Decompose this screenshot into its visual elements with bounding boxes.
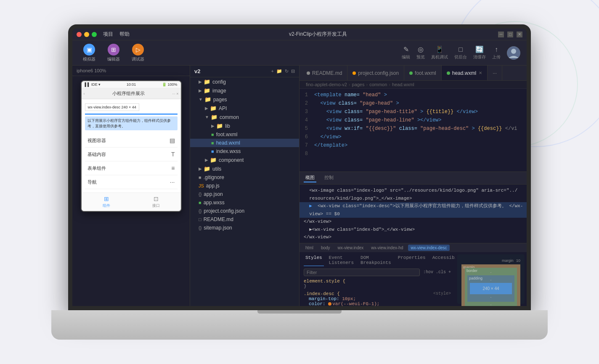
tab-head-wxml[interactable]: head.wxml ✕ bbox=[442, 66, 488, 81]
bp-tab-overview[interactable]: 概图 bbox=[304, 174, 316, 182]
pseudo-button[interactable]: :hov .cls + bbox=[423, 270, 451, 274]
tree-item-readme[interactable]: □ README.md bbox=[190, 215, 299, 224]
tree-item-sitemap[interactable]: {} sitemap.json bbox=[190, 224, 299, 232]
tree-item-lib[interactable]: ▶ 📁 lib bbox=[190, 121, 299, 130]
file-icon: ■ bbox=[199, 200, 201, 205]
filetree-header-icons: + 📁 ↻ ⊟ bbox=[271, 69, 295, 74]
preview-action[interactable]: ◎ 预览 bbox=[416, 45, 425, 60]
phone-back-btn[interactable]: ‹ bbox=[84, 92, 85, 96]
maximize-btn[interactable] bbox=[92, 32, 97, 37]
element-tab-wx-view-index[interactable]: wx-view.index bbox=[335, 245, 366, 251]
maximize-window-btn[interactable]: □ bbox=[507, 32, 513, 37]
element-tab-body[interactable]: body bbox=[318, 245, 333, 251]
tree-item-foot-wxml[interactable]: ■ foot.wxml bbox=[190, 130, 299, 139]
tree-item-project-config[interactable]: {} project.config.json bbox=[190, 207, 299, 215]
file-icon: ■ bbox=[211, 140, 214, 145]
close-window-btn[interactable]: ✕ bbox=[517, 32, 522, 37]
simulator-btn[interactable]: ▣ 模拟器 bbox=[79, 42, 100, 64]
tab-more[interactable]: ··· bbox=[488, 66, 502, 81]
tree-item-head-wxml[interactable]: ■ head.wxml bbox=[190, 139, 299, 147]
menu-item-basic[interactable]: 基础内容 T bbox=[85, 148, 178, 161]
tree-item-name-app-wxss: app.wxss bbox=[204, 200, 225, 206]
element-tab-html[interactable]: html bbox=[303, 245, 316, 251]
tree-item-api[interactable]: ▶ 📁 API bbox=[190, 104, 299, 113]
device-debug-action[interactable]: 📱 真机调试 bbox=[431, 45, 448, 60]
filetree-collapse-icon[interactable]: ⊟ bbox=[291, 69, 295, 74]
breadcrumb-root: fino-applet-demo-v2 bbox=[306, 82, 347, 87]
element-tab-wx-view-index-hd[interactable]: wx-view.index-hd bbox=[368, 245, 406, 251]
background-action[interactable]: □ 切后台 bbox=[454, 46, 467, 60]
tree-item-name-head: head.wxml bbox=[216, 140, 240, 146]
menu-help[interactable]: 帮助 bbox=[119, 31, 130, 38]
box-model: margin 10 margin border - bbox=[457, 254, 525, 304]
code-line-1: 1 <template name= "head" > bbox=[300, 91, 527, 99]
toolbar-left-buttons: ▣ 模拟器 ⊞ 编辑器 ▷ 调试器 bbox=[79, 42, 148, 64]
bp-tab-control[interactable]: 控制 bbox=[323, 174, 335, 182]
menu-project[interactable]: 项目 bbox=[103, 31, 113, 38]
minimize-window-btn[interactable]: ─ bbox=[498, 32, 504, 37]
tree-item-name-readme: README.md bbox=[204, 216, 233, 222]
clear-cache-action[interactable]: 🔄 清缓存 bbox=[473, 45, 486, 60]
content-dimensions: 240 × 44 bbox=[482, 286, 499, 291]
tree-item-component[interactable]: ▶ 📁 component bbox=[190, 156, 299, 164]
style-tab-access[interactable]: Accessibility bbox=[431, 254, 455, 266]
phone-more-btn[interactable]: ··· × bbox=[172, 92, 178, 96]
tab-label-head: head.wxml bbox=[452, 70, 476, 76]
filter-input[interactable] bbox=[304, 269, 420, 276]
line-number: 6 bbox=[300, 133, 314, 141]
box-margin-area: margin border - padding bbox=[461, 264, 520, 306]
tree-item-app-wxss[interactable]: ■ app.wxss bbox=[190, 198, 299, 207]
close-btn[interactable] bbox=[77, 32, 82, 37]
bottom-panel-content-wrapper: <wx-image class="index-logo" src="../res… bbox=[300, 185, 527, 306]
tree-item-config[interactable]: ▶ 📁 config bbox=[190, 77, 299, 86]
tree-item-common[interactable]: ▼ 📁 common bbox=[190, 113, 299, 121]
tab-close-head[interactable]: ✕ bbox=[479, 71, 482, 75]
edit-action[interactable]: ✎ 编辑 bbox=[402, 45, 410, 60]
toolbar-right-actions: ✎ 编辑 ◎ 预览 📱 真机调试 □ 切后台 bbox=[402, 45, 520, 60]
tab-project-config[interactable]: project.config.json bbox=[347, 66, 404, 81]
filetree-add-file-icon[interactable]: + bbox=[271, 69, 274, 74]
tab-icon-readme bbox=[307, 71, 310, 75]
tree-item-gitignore[interactable]: ■ .gitignore bbox=[190, 173, 299, 182]
tree-item-app-js[interactable]: JS app.js bbox=[190, 182, 299, 190]
menu-item-views[interactable]: 视图容器 ▤ bbox=[85, 134, 178, 148]
tree-item-utils[interactable]: ▶ 📁 utils bbox=[190, 164, 299, 173]
style-tab-styles[interactable]: Styles bbox=[304, 254, 324, 266]
upload-action[interactable]: ↑ 上传 bbox=[492, 46, 501, 60]
code-text bbox=[314, 150, 317, 158]
debugger-btn[interactable]: ▷ 调试器 bbox=[127, 42, 148, 64]
menu-item-forms[interactable]: 表单组件 ≡ bbox=[85, 161, 178, 175]
code-line-5: 5 <view wx:if= "{{desc}}" class= "page-h… bbox=[300, 124, 527, 133]
laptop-frame: 项目 帮助 v2-FinClip小程序开发工具 ─ □ ✕ ▣ 模拟器 bbox=[68, 24, 531, 340]
upload-icon: ↑ bbox=[495, 46, 498, 53]
user-avatar[interactable] bbox=[507, 46, 520, 60]
html-view[interactable]: <wx-image class="index-logo" src="../res… bbox=[300, 185, 527, 243]
menu-item-nav[interactable]: 导航 ··· bbox=[85, 175, 178, 189]
tree-item-image[interactable]: ▶ 📁 image bbox=[190, 86, 299, 95]
line-number: 1 bbox=[300, 91, 314, 99]
editor-tabs: README.md project.config.json foot.wxml bbox=[300, 66, 527, 81]
expand-icon: ▼ bbox=[199, 97, 203, 102]
element-tab-wx-view-index-desc[interactable]: wx-view.index-desc bbox=[408, 245, 449, 251]
style-tab-dom[interactable]: DOM Breakpoints bbox=[359, 254, 393, 266]
code-content[interactable]: 1 <template name= "head" > 2 bbox=[300, 89, 527, 171]
filetree-add-folder-icon[interactable]: 📁 bbox=[276, 69, 282, 74]
tree-item-index-wxss[interactable]: ■ index.wxss bbox=[190, 147, 299, 156]
tab-readme[interactable]: README.md bbox=[302, 66, 347, 81]
tab-icon-head bbox=[447, 71, 450, 75]
style-tab-events[interactable]: Event Listeners bbox=[327, 254, 355, 266]
filetree-refresh-icon[interactable]: ↻ bbox=[285, 69, 289, 74]
phone-nav-components[interactable]: ⊞ 组件 bbox=[82, 193, 131, 211]
menu-bar: 项目 帮助 bbox=[103, 31, 130, 38]
highlight-bar bbox=[85, 113, 178, 115]
phone-bottom-nav: ⊞ 组件 ⊡ 接口 bbox=[82, 193, 181, 211]
style-tab-props[interactable]: Properties bbox=[396, 254, 427, 266]
editor-btn[interactable]: ⊞ 编辑器 bbox=[103, 42, 124, 64]
minimize-btn[interactable] bbox=[84, 32, 89, 37]
phone-nav-api[interactable]: ⊡ 接口 bbox=[131, 193, 181, 211]
tree-item-pages[interactable]: ▼ 📁 pages bbox=[190, 95, 299, 104]
tree-item-app-json[interactable]: {} app.json bbox=[190, 190, 299, 198]
tab-foot-wxml[interactable]: foot.wxml bbox=[404, 66, 442, 81]
css-prop-color: color: var(--weui-FG-1); bbox=[304, 301, 379, 306]
menu-item-icon-basic: T bbox=[171, 151, 175, 158]
